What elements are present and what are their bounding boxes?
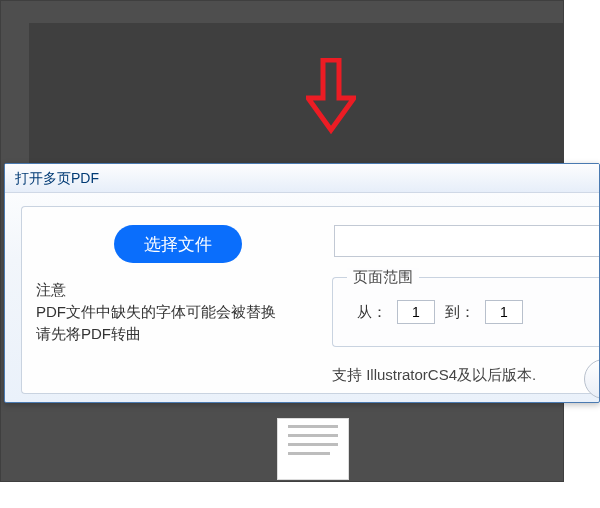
select-file-button[interactable]: 选择文件 (114, 225, 242, 263)
notice-line-1: PDF文件中缺失的字体可能会被替换 (36, 301, 316, 323)
page-range-legend: 页面范围 (347, 268, 419, 287)
from-label: 从： (357, 303, 387, 322)
dialog-body: 选择文件 注意 PDF文件中缺失的字体可能会被替换 请先将PDF转曲 页面范围 … (21, 206, 599, 394)
round-action-button[interactable] (584, 359, 600, 399)
support-text: 支持 IllustratorCS4及以后版本. (332, 366, 536, 385)
annotation-arrow-icon (306, 58, 356, 138)
notice-heading: 注意 (36, 279, 316, 301)
file-path-input[interactable] (334, 225, 600, 257)
page-range-group: 页面范围 从： 到： (332, 277, 600, 347)
select-file-label: 选择文件 (144, 233, 212, 256)
to-label: 到： (445, 303, 475, 322)
document-thumbnail (277, 418, 349, 480)
dialog-title: 打开多页PDF (15, 170, 99, 186)
notice-block: 注意 PDF文件中缺失的字体可能会被替换 请先将PDF转曲 (36, 279, 316, 345)
page-from-input[interactable] (397, 300, 435, 324)
notice-line-2: 请先将PDF转曲 (36, 323, 316, 345)
page-to-input[interactable] (485, 300, 523, 324)
open-multipage-pdf-dialog: 打开多页PDF 选择文件 注意 PDF文件中缺失的字体可能会被替换 请先将PDF… (4, 163, 600, 403)
app-inner-panel (29, 23, 563, 163)
dialog-titlebar: 打开多页PDF (5, 164, 599, 193)
